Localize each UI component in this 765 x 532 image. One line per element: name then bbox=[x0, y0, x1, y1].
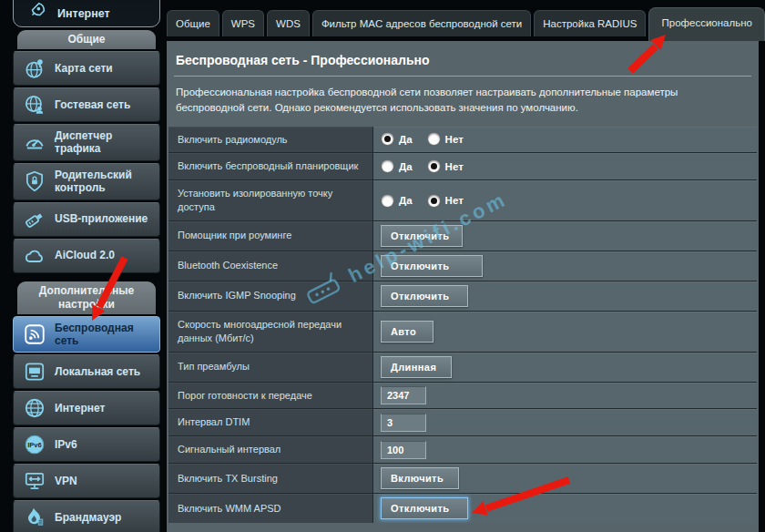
traffic-manager-icon bbox=[22, 130, 46, 154]
table-row: Включить WMM APSD Отключить bbox=[168, 494, 757, 523]
dtim-interval-input[interactable] bbox=[381, 414, 426, 432]
radio-no[interactable] bbox=[427, 132, 441, 146]
lan-icon bbox=[22, 360, 46, 384]
sidebar-item-label: Интернет bbox=[57, 7, 110, 20]
setting-value-cell: Отключить bbox=[373, 251, 757, 281]
igmp-snooping-select[interactable]: Отключить bbox=[381, 285, 468, 307]
tab-bar: Общие WPS WDS Фильтр MAC адресов беспров… bbox=[167, 0, 765, 41]
rocket-icon bbox=[25, 0, 49, 20]
vpn-icon bbox=[22, 469, 46, 493]
radio-no[interactable] bbox=[427, 194, 441, 208]
table-row: Скорость многоадресной передачи данных (… bbox=[168, 312, 757, 352]
table-row: Включить IGMP Snooping Отключить bbox=[168, 281, 757, 311]
beacon-interval-input[interactable] bbox=[381, 441, 426, 459]
radio-label: Да bbox=[399, 161, 413, 172]
setting-label: Включить WMM APSD bbox=[168, 494, 372, 523]
settings-table: Включить радиомодуль Да Нет Включить бес… bbox=[168, 127, 757, 524]
setting-label: Bluetooth Coexistence bbox=[168, 251, 372, 281]
table-row: Включить беспроводный планировщик Да Нет bbox=[168, 153, 757, 179]
sidebar: Интернет Общие Карта сети Гостевая сеть bbox=[13, 0, 160, 532]
setting-label: Включить IGMP Snooping bbox=[168, 281, 372, 311]
radio-yes[interactable] bbox=[381, 194, 394, 208]
sidebar-item-label: Гостевая сеть bbox=[55, 98, 130, 111]
globe-icon bbox=[22, 396, 46, 420]
sidebar-item-ipv6[interactable]: IPv6 IPv6 bbox=[13, 427, 160, 462]
sidebar-item-usb-application[interactable]: USB-приложение bbox=[13, 202, 160, 237]
sidebar-item-quick-internet-setup[interactable]: Интернет bbox=[13, 0, 160, 27]
table-row: Bluetooth Coexistence Отключить bbox=[168, 251, 757, 281]
sidebar-section-title: Общие bbox=[17, 30, 156, 49]
setting-label: Тип преамбулы bbox=[168, 353, 372, 382]
page-title: Беспроводная сеть - Профессионально bbox=[176, 53, 750, 67]
tab-professional[interactable]: Профессионально bbox=[648, 7, 764, 41]
radio-label: Да bbox=[399, 134, 413, 145]
table-row: Включить TX Bursting Включить bbox=[168, 464, 757, 493]
sidebar-item-label: IPv6 bbox=[55, 438, 77, 451]
usb-icon bbox=[22, 208, 46, 231]
router-admin-screen: Интернет Общие Карта сети Гостевая сеть bbox=[0, 0, 765, 532]
setting-value-cell: Длинная bbox=[373, 353, 757, 382]
table-row: Установить изолированную точку доступа Д… bbox=[168, 180, 757, 220]
radio-label: Нет bbox=[445, 134, 464, 145]
tab-mac-filter[interactable]: Фильтр MAC адресов беспроводной сети bbox=[312, 10, 531, 36]
sidebar-item-aicloud[interactable]: AiCloud 2.0 bbox=[13, 239, 160, 273]
bluetooth-coexistence-select[interactable]: Отключить bbox=[381, 255, 483, 277]
svg-text:IPv6: IPv6 bbox=[27, 441, 42, 449]
main-panel: Беспроводная сеть - Профессионально Проф… bbox=[167, 41, 759, 532]
network-map-icon bbox=[22, 56, 46, 80]
setting-label: Сигнальный интервал bbox=[168, 436, 372, 463]
setting-label: Установить изолированную точку доступа bbox=[168, 180, 372, 220]
tab-wps[interactable]: WPS bbox=[222, 10, 264, 36]
preamble-type-select[interactable]: Длинная bbox=[381, 356, 452, 378]
rts-threshold-input[interactable] bbox=[381, 386, 426, 404]
sidebar-item-firewall[interactable]: Брандмауэр bbox=[13, 500, 160, 532]
tab-wds[interactable]: WDS bbox=[267, 10, 310, 36]
setting-value-cell: Да Нет bbox=[373, 180, 757, 220]
tab-general[interactable]: Общие bbox=[167, 10, 219, 36]
wireless-icon bbox=[22, 322, 46, 346]
sidebar-item-vpn[interactable]: VPN bbox=[13, 464, 160, 498]
setting-value-cell: Отключить bbox=[373, 494, 757, 523]
setting-value-cell: Отключить bbox=[373, 221, 757, 251]
sidebar-item-label: Беспроводная сеть bbox=[55, 322, 154, 348]
setting-value-cell: Да Нет bbox=[373, 127, 757, 153]
setting-value-cell bbox=[373, 436, 757, 463]
radio-label: Да bbox=[399, 195, 413, 206]
sidebar-item-wireless[interactable]: Беспроводная сеть bbox=[13, 316, 160, 353]
ipv6-icon: IPv6 bbox=[22, 433, 46, 456]
radio-yes[interactable] bbox=[381, 159, 394, 173]
sidebar-item-label: USB-приложение bbox=[55, 212, 148, 225]
sidebar-item-wan[interactable]: Интернет bbox=[13, 391, 160, 425]
table-row: Тип преамбулы Длинная bbox=[168, 353, 757, 382]
sidebar-item-label: Локальная сеть bbox=[55, 365, 140, 378]
parental-control-icon bbox=[22, 169, 46, 193]
multicast-rate-select[interactable]: Авто bbox=[381, 321, 434, 343]
tab-radius[interactable]: Настройка RADIUS bbox=[534, 10, 646, 36]
sidebar-item-label: Диспетчер трафика bbox=[55, 129, 154, 156]
title-divider bbox=[174, 76, 751, 77]
sidebar-item-parental-control[interactable]: Родительский контроль bbox=[13, 163, 160, 200]
firewall-icon bbox=[22, 506, 46, 529]
setting-value-cell bbox=[373, 383, 757, 409]
radio-no[interactable] bbox=[427, 159, 441, 173]
roaming-assistant-select[interactable]: Отключить bbox=[381, 225, 463, 247]
radio-yes[interactable] bbox=[381, 132, 394, 146]
sidebar-item-network-map[interactable]: Карта сети bbox=[13, 51, 160, 86]
sidebar-item-guest-network[interactable]: Гостевая сеть bbox=[13, 87, 160, 122]
setting-value-cell: Авто bbox=[373, 312, 757, 352]
sidebar-item-label: Родительский контроль bbox=[55, 169, 154, 195]
setting-value-cell: Отключить bbox=[373, 281, 757, 311]
table-row: Сигнальный интервал bbox=[168, 436, 757, 463]
sidebar-item-label: Интернет bbox=[55, 402, 105, 414]
setting-label: Порог готовности к передаче bbox=[168, 383, 372, 409]
cloud-icon bbox=[22, 244, 46, 268]
sidebar-item-lan[interactable]: Локальная сеть bbox=[13, 354, 160, 389]
sidebar-item-label: AiCloud 2.0 bbox=[55, 249, 115, 261]
table-row: Включить радиомодуль Да Нет bbox=[168, 127, 757, 153]
page-description: Профессиональная настройка беспроводной … bbox=[176, 85, 748, 117]
sidebar-item-traffic-manager[interactable]: Диспетчер трафика bbox=[13, 124, 160, 161]
tx-bursting-select[interactable]: Включить bbox=[381, 467, 459, 489]
wmm-apsd-select[interactable]: Отключить bbox=[381, 497, 468, 519]
setting-label: Помощник при роуминге bbox=[168, 221, 372, 251]
radio-label: Нет bbox=[445, 195, 464, 206]
